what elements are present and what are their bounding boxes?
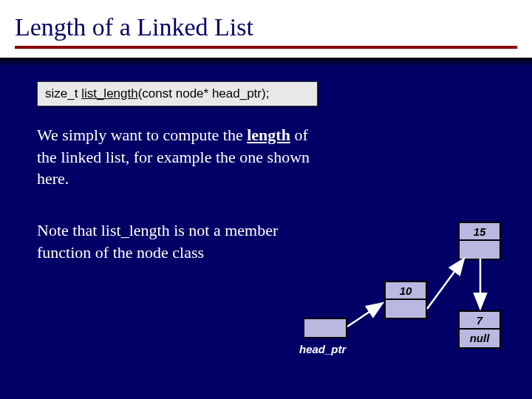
head-ptr-box xyxy=(303,318,347,338)
arrow-10-to-15 xyxy=(427,259,464,309)
arrow-head-to-10 xyxy=(347,303,383,327)
node-15-next xyxy=(460,241,499,259)
title-area: Length of a Linked List xyxy=(0,0,532,58)
node-10: 10 xyxy=(384,281,427,319)
linked-list-diagram: head_ptr 10 15 7 null xyxy=(296,222,510,384)
gradient-bar xyxy=(0,58,532,66)
para1-text-a: We simply want to compute the xyxy=(37,126,247,144)
node-10-value: 10 xyxy=(386,282,426,300)
title-underline xyxy=(15,46,517,49)
node-7-null: null xyxy=(460,330,499,347)
para1-emphasis: length xyxy=(247,126,290,144)
head-ptr-label: head_ptr xyxy=(299,343,346,355)
paragraph-2: Note that list_length is not a member fu… xyxy=(37,219,318,263)
function-signature-box: size_t list_length(const node* head_ptr)… xyxy=(37,81,318,106)
code-params: (const node* head_ptr); xyxy=(138,86,270,100)
node-15-value: 15 xyxy=(460,223,499,241)
node-7: 7 null xyxy=(458,310,501,349)
code-return-type: size_t xyxy=(45,86,81,100)
node-15: 15 xyxy=(458,222,501,260)
node-7-value: 7 xyxy=(460,312,499,330)
paragraph-1: We simply want to compute the length of … xyxy=(37,124,318,190)
slide-title: Length of a Linked List xyxy=(15,13,517,41)
code-function-name: list_length xyxy=(81,86,138,100)
node-10-next xyxy=(386,300,426,318)
